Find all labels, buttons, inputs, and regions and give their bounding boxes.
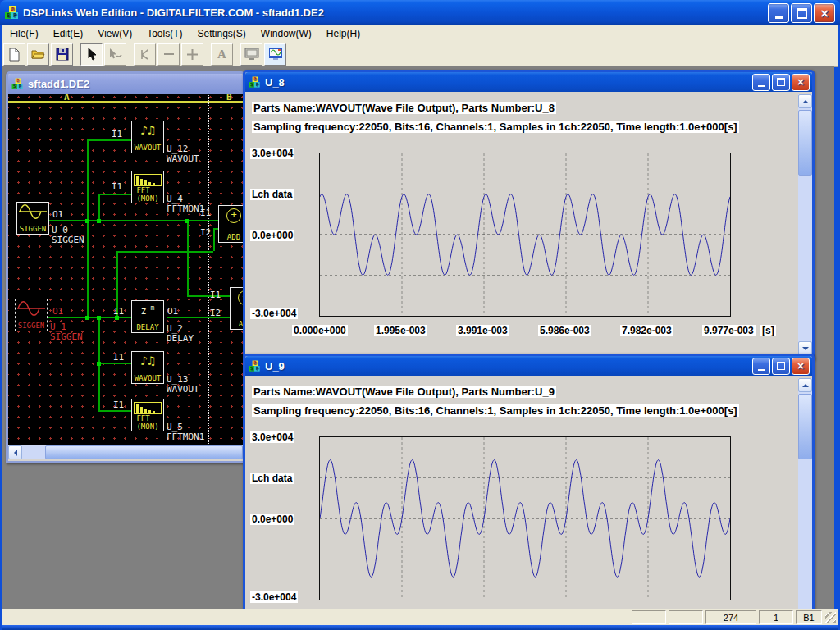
block-caption: U_2 <box>167 324 183 333</box>
hscroll-thumb[interactable] <box>45 445 243 459</box>
pointer2-icon <box>108 48 123 61</box>
wire <box>87 139 131 141</box>
scroll-up-button[interactable] <box>798 94 812 108</box>
block-caption: WAVOUT <box>167 385 199 394</box>
wire <box>187 295 230 297</box>
diagram-hscrollbar[interactable] <box>8 445 243 459</box>
mdi-workspace: DSPsftadd1.DE2AB♪♫WAVOUTU_12WAVOUTFFT(MO… <box>2 66 834 609</box>
new-button[interactable] <box>3 43 25 66</box>
status-bar: 2741B1 <box>2 609 838 625</box>
menu-file[interactable]: File(F) <box>2 25 46 42</box>
add-node-tool <box>181 43 203 66</box>
main-title: DSPLinks Web Edition - DIGITALFILTER.COM… <box>23 7 324 19</box>
plot-vscrollbar[interactable] <box>798 94 812 355</box>
wire <box>98 194 100 220</box>
y-label-lch: Lch data <box>250 189 294 200</box>
knode-icon <box>139 48 151 61</box>
menu-settings[interactable]: Settings(S) <box>190 25 253 42</box>
port-label-i1: I1 <box>210 290 221 299</box>
minimize-button[interactable] <box>768 3 789 23</box>
vscroll-thumb[interactable] <box>798 110 812 176</box>
menu-window[interactable]: Window(W) <box>253 25 319 42</box>
diagram-window-titlebar[interactable]: DSPsftadd1.DE2 <box>8 74 243 94</box>
close-icon: × <box>819 7 829 19</box>
child-minimize-button[interactable] <box>752 358 770 375</box>
menu-edit[interactable]: Edit(E) <box>46 25 91 42</box>
block-caption: U_0 <box>52 226 68 235</box>
save-button[interactable] <box>51 43 73 66</box>
diagram-window[interactable]: DSPsftadd1.DE2AB♪♫WAVOUTU_12WAVOUTFFT(MO… <box>6 71 245 463</box>
plot-window-u_8[interactable]: DSPU_8×Parts Name:WAVOUT(Wave File Outpu… <box>243 70 815 360</box>
plot-window-body: Parts Name:WAVOUT(Wave File Output), Par… <box>245 376 812 607</box>
plus-icon <box>187 49 198 60</box>
waveform-monitor-tool[interactable] <box>264 43 286 66</box>
minimize-icon <box>758 85 765 87</box>
x-axis-unit: [s] <box>760 325 776 336</box>
plot-window-u_9[interactable]: DSPU_9×Parts Name:WAVOUT(Wave File Outpu… <box>243 354 815 609</box>
monitor-icon <box>244 48 259 61</box>
wire <box>87 139 89 317</box>
child-close-button[interactable]: × <box>792 74 810 91</box>
child-maximize-button[interactable] <box>772 74 790 91</box>
close-button[interactable]: × <box>814 3 835 23</box>
port-label-i1: I1 <box>200 208 211 217</box>
status-cell-4: B1 <box>796 610 822 624</box>
music-notes-icon: ♪♫ <box>140 124 155 137</box>
block-u_12[interactable]: ♪♫WAVOUT <box>131 121 164 153</box>
menu-view[interactable]: View(V) <box>90 25 139 42</box>
plot-window-body: Parts Name:WAVOUT(Wave File Output), Par… <box>245 92 812 353</box>
wire <box>49 220 218 221</box>
block-u_13[interactable]: ♪♫WAVOUT <box>131 351 164 384</box>
pointer-icon <box>86 48 98 61</box>
plot-window-titlebar[interactable]: DSPU_8× <box>245 72 812 92</box>
wire <box>116 251 213 253</box>
block-caption: SIGGEN <box>50 332 83 341</box>
maximize-button[interactable] <box>791 3 812 23</box>
wire-junction <box>85 316 89 320</box>
plot-window-icon: DSP <box>249 76 261 88</box>
select-tool[interactable] <box>80 43 103 66</box>
block-u_5[interactable]: FFT(MON) <box>131 399 164 431</box>
monitor-tool[interactable] <box>240 43 262 66</box>
menu-help[interactable]: Help(H) <box>319 25 368 42</box>
maximize-icon <box>777 78 785 86</box>
child-close-button[interactable]: × <box>792 358 810 375</box>
plot-vscrollbar[interactable] <box>798 378 812 609</box>
plot-window-titlebar[interactable]: DSPU_9× <box>245 356 812 376</box>
wire-junction <box>97 362 101 366</box>
main-titlebar[interactable]: DSP DSPLinks Web Edition - DIGITALFILTER… <box>0 0 840 25</box>
block-add[interactable]: +ADD <box>230 287 243 330</box>
sampling-info-line: Sampling frequency:22050, Bits:16, Chann… <box>252 121 739 133</box>
diagram-window-title: sftadd1.DE2 <box>28 78 89 90</box>
wire <box>98 410 131 412</box>
block-caption: SIGGEN <box>52 235 84 244</box>
connect-tool <box>104 43 126 66</box>
parts-name-line: Parts Name:WAVOUT(Wave File Output), Par… <box>252 386 556 398</box>
resize-grip[interactable] <box>825 612 836 623</box>
app-icon: DSP <box>5 6 19 20</box>
scroll-left-button[interactable] <box>8 445 22 459</box>
block-u_1[interactable]: SIGGEN <box>15 299 48 331</box>
block-add[interactable]: +ADD <box>218 205 243 243</box>
junction-tool <box>134 43 156 66</box>
port-label-i1: I1 <box>113 400 124 409</box>
block-u_2[interactable]: z-mDELAY <box>131 300 164 333</box>
open-button[interactable] <box>27 43 49 66</box>
x-axis-ticks: 0.000e+0001.995e-0033.991e-0035.986e-003… <box>245 325 812 338</box>
child-maximize-button[interactable] <box>772 358 790 375</box>
wire <box>98 363 131 364</box>
y-label-min: -3.0e+004 <box>250 308 298 319</box>
schematic-canvas[interactable]: AB♪♫WAVOUTU_12WAVOUTFFT(MON)U_4FFTMON1SI… <box>8 94 243 445</box>
plus-circle-icon: + <box>226 208 241 223</box>
x-tick-label: 7.982e-003 <box>620 325 673 336</box>
scroll-up-button[interactable] <box>798 378 812 392</box>
block-u_0[interactable]: SIGGEN <box>16 202 49 235</box>
vscroll-thumb[interactable] <box>798 394 812 459</box>
wire-junction <box>185 219 189 223</box>
block-u_4[interactable]: FFT(MON) <box>131 171 164 203</box>
child-minimize-button[interactable] <box>752 74 770 91</box>
window-border-left <box>0 25 2 630</box>
ruler-label-a: A <box>64 94 70 103</box>
port-label-o1: O1 <box>52 307 63 316</box>
menu-tools[interactable]: Tools(T) <box>139 25 189 42</box>
